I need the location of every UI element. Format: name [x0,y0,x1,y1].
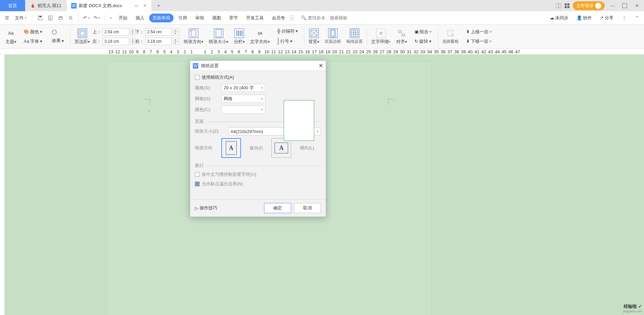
close-window-button[interactable]: ✕ [632,1,641,10]
margin-top-label: 上： [93,29,101,35]
papersize-button[interactable]: 纸张大小▾ [206,25,231,48]
margin-icon [78,29,87,38]
collapse-icon[interactable]: ⌃ [632,14,641,22]
palette-icon: 🎨 [24,29,29,34]
tab-review[interactable]: 审阅 [192,14,207,22]
saveas-icon[interactable] [46,14,55,22]
margin-left-label: 左： [93,38,101,44]
linenum-button[interactable]: 12行号▾ [275,36,295,47]
margin-right-input[interactable] [145,38,172,45]
login-button[interactable]: 立即登录 [573,1,605,10]
tab-reference[interactable]: 引用 [175,14,190,22]
theme-button[interactable]: Aa主题▾ [3,25,19,48]
svg-rect-12 [80,31,84,35]
rotate-icon: ↻ [415,39,418,44]
border-button[interactable]: 页面边框 [322,25,344,48]
selection-icon [446,29,455,38]
writing-button[interactable]: 稿纸设置 [344,25,365,48]
rotate-button[interactable]: ↻旋转▾ [412,37,434,46]
margin-button[interactable]: 页边距▾ [72,25,93,48]
preview-icon[interactable] [66,14,75,22]
svg-point-9 [69,16,72,19]
moveup-icon: ⬆ [466,29,470,34]
tab-home[interactable]: 首页 [0,0,25,11]
dropdown-icon[interactable]: ▾ [108,15,114,21]
titlebar: 首页 稻壳儿·双11 W 新建 DOCX 文档.docx ▭ ✕ + 立即登录 … [0,0,644,11]
theme-icon: Aa [6,29,16,38]
save-icon[interactable] [36,14,44,22]
minimize-button[interactable]: — [608,1,617,10]
orientation-button[interactable]: 纸张方向▾ [181,25,206,48]
svg-rect-28 [399,31,401,33]
share-button[interactable]: ↗分享 [598,14,616,22]
margin-left-input[interactable] [103,38,129,45]
sync-button[interactable]: ☁未同步 [548,14,570,22]
more-icon[interactable]: ⋮ [620,14,628,22]
search-icon: 🔍 [301,15,306,20]
tab-docker[interactable]: 稻壳儿·双11 [25,0,66,11]
tab-document[interactable]: W 新建 DOCX 文档.docx ▭ ✕ [66,0,152,11]
circle-icon: ◯ [52,29,57,34]
spinner[interactable]: ▴▾ [173,38,178,45]
wrap-icon [376,29,386,38]
print-icon[interactable] [56,14,65,22]
font-button[interactable]: Aa 字体▾ [22,37,44,46]
search-input[interactable] [308,15,369,20]
selection-pane-button[interactable]: 选择窗格 [440,25,461,48]
movedown-button: ⬇下移一层▾ [464,37,494,46]
margin-bottom-input[interactable] [145,28,172,36]
columns-button[interactable]: 分栏▾ [231,25,247,48]
fire-icon [30,3,36,8]
svg-rect-13 [191,30,196,37]
columns-icon [235,29,244,38]
svg-rect-11 [79,30,86,37]
wrap-button: 文字环绕▾ [368,25,394,48]
redo-icon[interactable]: ↷▾ [92,14,101,22]
color-button[interactable]: 🎨颜色▾ [22,27,44,36]
tab-chapter[interactable]: 章节 [226,14,241,22]
maximize-button[interactable] [620,1,629,10]
new-tab-button[interactable]: + [152,0,165,11]
align-button[interactable]: 对齐▾ [394,25,410,48]
tab-start[interactable]: 开始 [115,14,131,22]
menu-icon[interactable]: ☰ [3,14,12,22]
effect-button[interactable]: 效果▾ [50,36,66,45]
share-icon: ↗ [600,15,604,20]
menubar: ☰ 文件▾ ↶▾ ↷▾ ▾ 开始 插入 页面布局 引用 审阅 视图 章节 开发工… [0,11,644,25]
separator-button[interactable]: ╬分隔符▾ [275,27,300,36]
file-menu[interactable]: 文件▾ [13,14,28,22]
svg-rect-14 [216,30,221,37]
apps-icon[interactable] [565,3,569,8]
svg-rect-5 [39,16,41,17]
tab-view[interactable]: 视图 [209,14,224,22]
collab-button[interactable]: 👤协作 [575,14,594,22]
user-icon: 👤 [577,15,582,20]
chevron-right-icon[interactable]: › [290,15,294,20]
margin-right-label: 右： [135,38,144,44]
spinner[interactable]: ▴▾ [130,38,135,45]
tab-dev[interactable]: 开发工具 [243,14,267,22]
undo-icon[interactable]: ↶▾ [82,14,91,22]
spinner[interactable]: ▴▾ [130,29,135,35]
margin-top-input[interactable] [103,28,129,36]
svg-rect-29 [402,34,405,36]
writing-icon [350,29,359,38]
svg-rect-8 [60,16,62,17]
tab-insert[interactable]: 插入 [132,14,148,22]
margin-bottom-label: 下： [135,29,144,35]
close-icon[interactable]: ✕ [143,3,147,8]
background-button[interactable]: 背景▾ [306,25,322,48]
tab-member[interactable]: 会员专 [268,14,288,22]
spinner[interactable]: ▴▾ [173,29,178,35]
svg-rect-21 [331,31,335,36]
svg-text:W: W [72,3,76,8]
textdir-button[interactable]: I|A文字方向▾ [247,25,273,48]
effect-icon-button[interactable]: ◯ [50,28,59,36]
ribbon: Aa主题▾ 🎨颜色▾ Aa 字体▾ ◯ 效果▾ 页边距▾ 上：▴▾ 左：▴▾ 下… [0,25,644,49]
svg-line-10 [72,19,73,20]
tab-layout[interactable]: 页面布局 [149,14,174,22]
split-icon[interactable] [556,3,561,8]
group-icon: ▣ [415,29,419,34]
present-icon[interactable]: ▭ [134,3,138,8]
orientation-icon [189,29,198,38]
